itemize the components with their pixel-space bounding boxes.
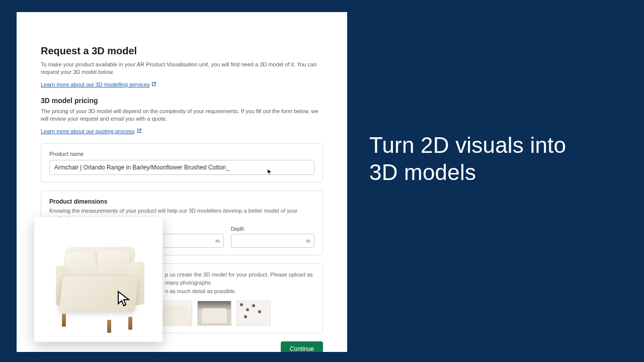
page-intro: To make your product available in your A… (41, 61, 323, 76)
pricing-desc: The pricing of your 3D model will depend… (41, 108, 323, 123)
photos-desc-line-a: p us create the 3D model for your produc… (165, 271, 314, 287)
page-title: Request a 3D model (41, 45, 323, 57)
depth-label: Depth (231, 226, 314, 232)
depth-field: Depth m (231, 226, 314, 248)
product-name-card: Product name (41, 143, 323, 183)
external-link-icon (151, 81, 156, 87)
product-name-label: Product name (49, 151, 314, 157)
link-text: Learn more about our 3D modelling servic… (41, 81, 149, 87)
depth-input[interactable] (231, 234, 314, 248)
modelling-services-link[interactable]: Learn more about our 3D modelling servic… (41, 81, 156, 87)
pricing-title: 3D model pricing (41, 97, 323, 105)
cursor-arrow-icon (117, 291, 132, 310)
photo-thumb[interactable] (158, 301, 192, 326)
photo-thumb[interactable] (236, 301, 271, 326)
external-link-icon (137, 128, 142, 134)
marketing-panel: Turn 2D visuals into 3D models (347, 12, 627, 352)
photos-desc-line-b: n as much detail as possible. (165, 288, 314, 295)
quoting-process-link[interactable]: Learn more about our quoting process (41, 128, 142, 134)
product-name-input[interactable] (49, 160, 314, 175)
product-preview-popup (34, 217, 163, 342)
dimensions-title: Product dimensions (49, 198, 314, 205)
continue-button[interactable]: Continue (281, 341, 323, 352)
marketing-headline: Turn 2D visuals into 3D models (369, 132, 600, 186)
photo-thumb[interactable] (197, 301, 231, 326)
link-text: Learn more about our quoting process (41, 128, 135, 134)
marketing-card: Turn 2D visuals into 3D models (347, 86, 622, 283)
armchair-illustration (51, 236, 146, 324)
